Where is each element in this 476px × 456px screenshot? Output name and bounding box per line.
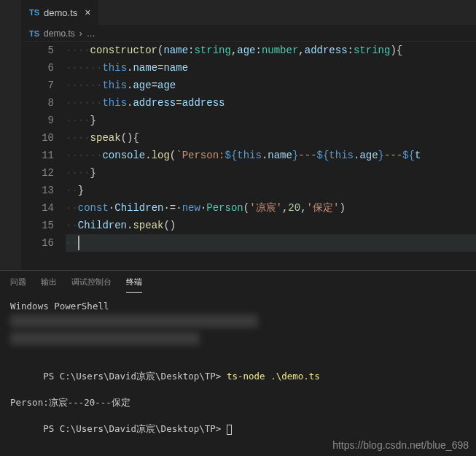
tab-bar: TS demo.ts ×	[22, 0, 476, 26]
panel-tab-1[interactable]: 输出	[41, 277, 57, 293]
terminal[interactable]: Windows PowerShell PS C:\Users\David凉宸\D…	[0, 293, 476, 456]
breadcrumb-more: …	[87, 28, 95, 39]
terminal-prompt: PS C:\Users\David凉宸\Desktop\TP>	[43, 371, 221, 382]
activity-bar[interactable]	[0, 0, 22, 270]
line-gutter: 5678910111213141516	[22, 42, 66, 270]
panel-tab-2[interactable]: 调试控制台	[71, 277, 112, 293]
breadcrumb[interactable]: TS demo.ts › …	[22, 26, 476, 42]
breadcrumb-file: demo.ts	[44, 28, 75, 39]
panel: 问题输出调试控制台终端 Windows PowerShell PS C:\Use…	[0, 270, 476, 456]
watermark: https://blog.csdn.net/blue_698	[332, 438, 469, 452]
terminal-cursor	[227, 425, 232, 435]
redacted-line	[10, 332, 200, 345]
typescript-icon: TS	[29, 8, 39, 17]
terminal-header: Windows PowerShell	[10, 300, 466, 313]
tab-label: demo.ts	[44, 7, 77, 18]
typescript-icon: TS	[29, 29, 39, 38]
tab-demo-ts[interactable]: TS demo.ts ×	[22, 0, 99, 25]
panel-tab-3[interactable]: 终端	[126, 277, 142, 293]
terminal-output: Person:凉宸---20---保定	[10, 396, 466, 409]
panel-tab-0[interactable]: 问题	[10, 277, 26, 293]
terminal-prompt: PS C:\Users\David凉宸\Desktop\TP>	[43, 423, 221, 434]
redacted-line	[10, 314, 258, 328]
code-editor[interactable]: 5678910111213141516 ····constructor(name…	[22, 42, 476, 270]
code-lines[interactable]: ····constructor(name:string,age:number,a…	[66, 42, 476, 270]
panel-tab-bar: 问题输出调试控制台终端	[0, 271, 476, 293]
chevron-right-icon: ›	[79, 28, 82, 39]
terminal-command: ts-node .\demo.ts	[227, 371, 320, 382]
terminal-line: PS C:\Users\David凉宸\Desktop\TP> ts-node …	[10, 357, 466, 396]
close-icon[interactable]: ×	[85, 7, 90, 18]
